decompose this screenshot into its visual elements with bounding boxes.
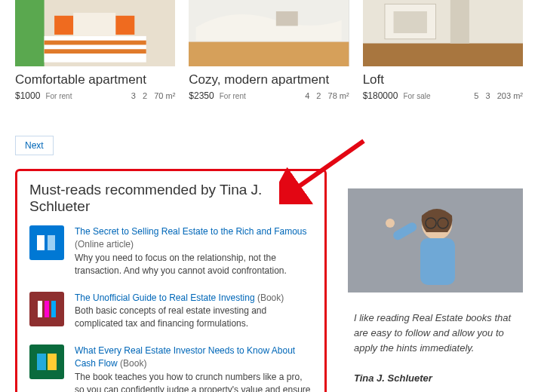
listing-specs: 5 3 203 m² — [469, 91, 523, 100]
svg-rect-14 — [393, 11, 426, 33]
recommendation-link[interactable]: The Secret to Selling Real Estate to the… — [75, 226, 307, 237]
listing-title: Cozy, modern apartment — [189, 72, 349, 87]
listing-price: $2350 — [189, 90, 214, 101]
recommendation-kind: (Book) — [257, 292, 284, 303]
svg-rect-10 — [276, 11, 298, 26]
listing-price: $180000 — [363, 90, 398, 101]
svg-rect-5 — [54, 16, 73, 35]
listing-card[interactable]: Cozy, modern apartment $2350 For rent 4 … — [189, 0, 349, 101]
listing-meta: $180000 For sale 5 3 203 m² — [363, 90, 523, 101]
recommendation-desc: Both basic concepts of real estate inves… — [75, 305, 266, 329]
svg-rect-17 — [37, 235, 45, 250]
author-quote: I like reading Real Estate books that ar… — [354, 311, 517, 356]
listing-thumb — [189, 0, 349, 66]
listings-row: Comfortable apartment $1000 For rent 3 2… — [15, 0, 523, 101]
svg-point-28 — [386, 219, 395, 228]
svg-rect-20 — [45, 301, 49, 317]
svg-rect-6 — [115, 16, 134, 35]
listing-title: Loft — [363, 72, 523, 87]
svg-rect-21 — [51, 301, 56, 317]
listing-card[interactable]: Comfortable apartment $1000 For rent 3 2… — [15, 0, 175, 101]
listing-specs: 3 2 70 m² — [127, 91, 176, 100]
author-name: Tina J. Schlueter — [354, 372, 517, 384]
listing-meta: $1000 For rent 3 2 70 m² — [15, 90, 175, 101]
recommendation-item: What Every Real Estate Investor Needs to… — [29, 345, 312, 392]
svg-rect-26 — [420, 238, 455, 285]
listing-terms: For rent — [45, 92, 72, 100]
listing-thumb — [363, 0, 523, 66]
recommendation-thumb-icon — [29, 345, 64, 379]
listing-title: Comfortable apartment — [15, 72, 175, 87]
recommendation-desc: The book teaches you how to crunch numbe… — [75, 372, 311, 392]
recommendation-thumb-icon — [29, 292, 64, 326]
svg-rect-22 — [37, 354, 46, 370]
author-portrait — [348, 188, 523, 292]
svg-rect-18 — [48, 235, 55, 250]
author-column: I like reading Real Estate books that ar… — [348, 169, 523, 384]
svg-rect-4 — [45, 49, 146, 54]
recommendation-item: The Secret to Selling Real Estate to the… — [29, 225, 312, 278]
recommendation-link[interactable]: What Every Real Estate Investor Needs to… — [75, 345, 295, 369]
svg-rect-12 — [363, 44, 523, 66]
next-button[interactable]: Next — [15, 136, 54, 155]
listing-thumb — [15, 0, 175, 66]
recommendations-box: Must-reads recommended by Tina J. Schlue… — [15, 169, 327, 392]
svg-rect-9 — [189, 42, 349, 66]
recommendation-kind: (Online article) — [75, 239, 134, 250]
svg-rect-19 — [38, 301, 42, 317]
svg-rect-7 — [73, 13, 115, 36]
listing-price: $1000 — [15, 90, 40, 101]
listing-card[interactable]: Loft $180000 For sale 5 3 203 m² — [363, 0, 523, 101]
listing-specs: 4 2 78 m² — [300, 91, 349, 100]
svg-rect-23 — [48, 354, 57, 370]
listing-terms: For sale — [403, 92, 430, 100]
recommendations-heading: Must-reads recommended by Tina J. Schlue… — [29, 182, 312, 215]
svg-rect-1 — [15, 0, 45, 66]
listing-terms: For rent — [220, 92, 246, 100]
recommendation-link[interactable]: The Unofficial Guide to Real Estate Inve… — [75, 292, 255, 303]
listing-meta: $2350 For rent 4 2 78 m² — [189, 90, 349, 101]
recommendation-desc: Why you need to focus on the relationshi… — [75, 253, 287, 276]
svg-rect-3 — [45, 41, 146, 45]
recommendation-item: The Unofficial Guide to Real Estate Inve… — [29, 292, 312, 331]
recommendation-thumb-icon — [29, 225, 64, 260]
svg-rect-15 — [450, 0, 469, 44]
recommendation-kind: (Book) — [120, 358, 146, 369]
